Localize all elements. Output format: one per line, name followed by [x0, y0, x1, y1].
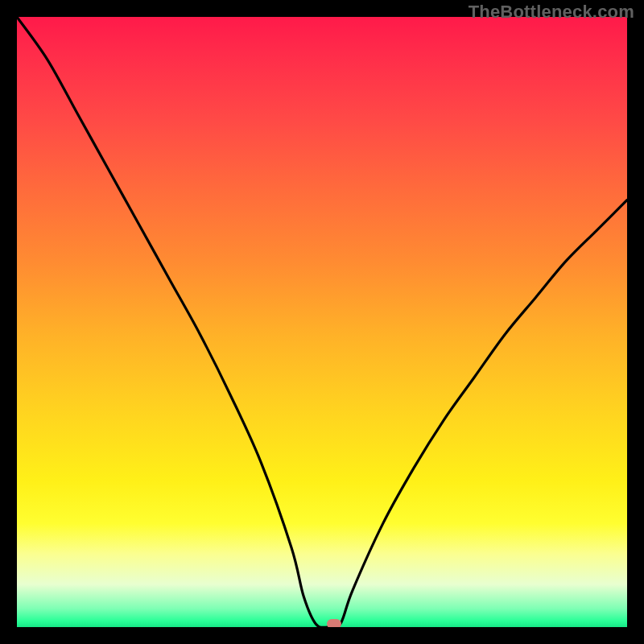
watermark-text: TheBottleneck.com	[469, 2, 634, 23]
plot-area	[17, 17, 627, 627]
bottleneck-curve	[17, 17, 627, 627]
optimum-marker	[327, 619, 341, 627]
chart-frame: TheBottleneck.com	[0, 0, 644, 644]
